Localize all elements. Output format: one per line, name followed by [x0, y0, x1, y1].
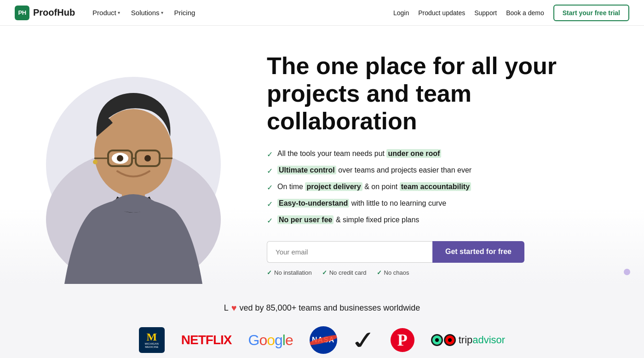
get-started-button[interactable]: Get started for free: [432, 241, 524, 263]
loved-text: L♥ved by 85,000+ teams and businesses wo…: [224, 303, 420, 313]
google-logo: Google: [248, 332, 293, 349]
tripadvisor-logo: tripadvisor: [431, 334, 505, 346]
check-icon: ✓: [267, 269, 272, 276]
nav-pricing-label: Pricing: [174, 9, 196, 17]
logo-name: ProofHub: [33, 7, 75, 18]
nav-left: PH ProofHub Product ▾ Solutions ▾ Pricin…: [15, 6, 200, 20]
checklist-item-4: ✓ Easy-to-understand with little to no l…: [267, 198, 607, 210]
checklist-item-3: ✓ On time project delivery & on point te…: [267, 181, 607, 193]
check-icon: ✓: [267, 199, 273, 210]
checklist-item-2: ✓ Ultimate control over teams and projec…: [267, 165, 607, 177]
checklist-item-5: ✓ No per user fee & simple fixed price p…: [267, 214, 607, 226]
nav-links: Product ▾ Solutions ▾ Pricing: [88, 6, 200, 19]
navbar: PH ProofHub Product ▾ Solutions ▾ Pricin…: [0, 0, 644, 26]
checklist-item-1: ✓ All the tools your team needs put unde…: [267, 148, 607, 160]
check-icon: ✓: [267, 166, 273, 177]
nav-book-demo[interactable]: Book a demo: [506, 9, 544, 17]
nav-solutions-label: Solutions: [131, 9, 160, 17]
check-icon: ✓: [267, 149, 273, 160]
loved-section: L♥ved by 85,000+ teams and businesses wo…: [0, 284, 644, 358]
small-check-credit-card: ✓ No credit card: [322, 269, 367, 276]
svg-point-9: [117, 155, 123, 162]
decorative-blob: [624, 269, 630, 275]
chevron-down-icon: ▾: [118, 10, 120, 15]
nasa-logo: NASA: [310, 326, 337, 354]
brand-logos: M MICHIGANMEDICINE NETFLIX Google NASA ✓…: [139, 326, 505, 354]
small-check-installation: ✓ No installation: [267, 269, 312, 276]
netflix-logo: NETFLIX: [181, 333, 232, 347]
email-form: Get started for free: [267, 241, 524, 263]
nav-login[interactable]: Login: [393, 9, 409, 17]
svg-point-11: [144, 155, 151, 162]
nav-product-label: Product: [92, 9, 116, 17]
heart-icon: ♥: [231, 303, 237, 313]
hero-content: The one place for all your projects and …: [239, 52, 607, 276]
check-icon: ✓: [267, 182, 273, 193]
start-trial-button[interactable]: Start your free trial: [553, 5, 629, 21]
chevron-down-icon: ▾: [161, 10, 163, 15]
michigan-logo: M MICHIGANMEDICINE: [139, 327, 165, 353]
nike-logo: ✓: [346, 325, 381, 356]
check-icon: ✓: [267, 215, 273, 226]
hero-image-col: [28, 45, 239, 284]
check-icon: ✓: [322, 269, 327, 276]
nav-right: Login Product updates Support Book a dem…: [393, 5, 629, 21]
hero-person-image: [37, 45, 230, 284]
nav-product[interactable]: Product ▾: [88, 6, 125, 19]
hero-section: The one place for all your projects and …: [0, 26, 644, 284]
svg-point-12: [93, 160, 98, 164]
nav-product-updates[interactable]: Product updates: [418, 9, 465, 17]
hero-title: The one place for all your projects and …: [267, 52, 607, 135]
nav-support[interactable]: Support: [474, 9, 497, 17]
nav-pricing[interactable]: Pricing: [170, 6, 200, 19]
nav-solutions[interactable]: Solutions ▾: [126, 6, 168, 19]
pinterest-logo: P: [391, 328, 414, 352]
logo[interactable]: PH ProofHub: [15, 6, 75, 20]
small-check-chaos: ✓ No chaos: [377, 269, 409, 276]
email-input[interactable]: [267, 241, 432, 263]
small-checks: ✓ No installation ✓ No credit card ✓ No …: [267, 269, 607, 276]
checklist: ✓ All the tools your team needs put unde…: [267, 148, 607, 226]
check-icon: ✓: [377, 269, 382, 276]
logo-badge: PH: [15, 6, 29, 20]
